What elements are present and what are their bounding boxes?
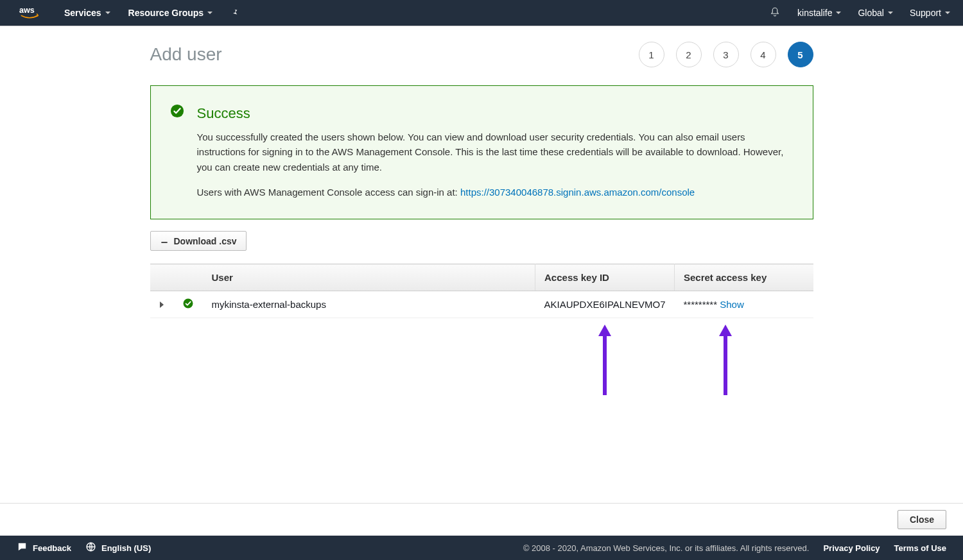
row-user: mykinsta-external-backups <box>203 291 535 318</box>
table-header-user: User <box>203 264 535 291</box>
arrow-up-icon <box>597 325 612 395</box>
svg-marker-4 <box>598 325 611 336</box>
signin-url-link[interactable]: https://307340046878.signin.aws.amazon.c… <box>460 187 695 198</box>
chevron-down-icon <box>105 12 110 14</box>
row-secret: ********* Show <box>675 291 813 318</box>
caret-right-icon <box>160 301 164 308</box>
nav-support-label: Support <box>910 8 941 18</box>
svg-point-2 <box>183 299 193 309</box>
nav-region[interactable]: Global <box>858 8 892 18</box>
success-check-icon <box>170 104 184 118</box>
table-header-expand <box>150 264 173 291</box>
page-header: Add user 1 2 3 4 5 <box>150 42 813 67</box>
footer-left: Feedback English (US) <box>17 541 151 554</box>
nav-services[interactable]: Services <box>64 8 110 18</box>
row-expand-toggle[interactable] <box>150 291 173 318</box>
svg-text:aws: aws <box>19 6 35 15</box>
nav-region-label: Global <box>858 8 883 18</box>
chat-icon <box>17 541 28 554</box>
copyright-text: © 2008 - 2020, Amazon Web Services, Inc.… <box>523 543 810 553</box>
top-nav-right: kinstalife Global Support <box>769 6 950 20</box>
top-nav: aws Services Resource Groups kinstalife … <box>0 0 963 26</box>
aws-logo-icon: aws <box>19 4 46 21</box>
nav-account[interactable]: kinstalife <box>797 8 841 18</box>
chevron-down-icon <box>945 12 950 14</box>
close-button[interactable]: Close <box>898 510 946 529</box>
download-csv-label: Download .csv <box>174 236 237 246</box>
footer-right: © 2008 - 2020, Amazon Web Services, Inc.… <box>523 543 946 553</box>
wizard-steps: 1 2 3 4 5 <box>639 42 813 67</box>
alert-signin-prefix: Users with AWS Management Console access… <box>197 187 460 198</box>
users-table: User Access key ID Secret access key myk… <box>150 264 813 318</box>
privacy-policy-link[interactable]: Privacy Policy <box>823 543 880 553</box>
chevron-down-icon <box>888 12 893 14</box>
table-row: mykinsta-external-backups AKIAUPDXE6IPAL… <box>150 291 813 318</box>
notifications-icon[interactable] <box>769 6 781 20</box>
success-alert: Success You successfully created the use… <box>150 85 813 219</box>
nav-account-label: kinstalife <box>797 8 832 18</box>
nav-resource-groups[interactable]: Resource Groups <box>128 8 213 18</box>
table-header-status <box>173 264 203 291</box>
top-nav-left: aws Services Resource Groups <box>19 4 239 21</box>
wizard-step-3[interactable]: 3 <box>713 42 739 67</box>
table-header-access-key-id: Access key ID <box>535 264 675 291</box>
nav-services-label: Services <box>64 8 101 18</box>
feedback-link[interactable]: Feedback <box>17 541 71 554</box>
nav-support[interactable]: Support <box>910 8 950 18</box>
arrow-up-icon <box>718 325 733 395</box>
aws-logo[interactable]: aws <box>19 4 46 21</box>
language-label: English (US) <box>101 543 151 553</box>
show-secret-link[interactable]: Show <box>720 299 744 310</box>
language-selector[interactable]: English (US) <box>85 541 151 554</box>
nav-resource-groups-label: Resource Groups <box>128 8 204 18</box>
row-status <box>173 291 203 318</box>
chevron-down-icon <box>836 12 841 14</box>
row-secret-masked: ********* <box>684 299 718 310</box>
download-csv-button[interactable]: Download .csv <box>150 231 247 251</box>
download-icon <box>160 235 169 246</box>
alert-title: Success <box>197 103 794 124</box>
pin-icon[interactable] <box>230 8 239 19</box>
wizard-step-1[interactable]: 1 <box>639 42 664 67</box>
svg-marker-6 <box>719 325 732 336</box>
table-header-secret: Secret access key <box>675 264 813 291</box>
status-success-icon <box>182 298 194 309</box>
alert-body-2: Users with AWS Management Console access… <box>197 185 794 199</box>
terms-of-use-link[interactable]: Terms of Use <box>894 543 946 553</box>
row-access-key-id: AKIAUPDXE6IPALNEVMO7 <box>535 291 675 318</box>
footer: Feedback English (US) © 2008 - 2020, Ama… <box>0 536 963 560</box>
wizard-step-4[interactable]: 4 <box>750 42 776 67</box>
wizard-step-5: 5 <box>788 42 813 67</box>
globe-icon <box>85 541 96 554</box>
annotation-arrows <box>150 325 813 408</box>
alert-body-1: You successfully created the users shown… <box>197 130 794 174</box>
chevron-down-icon <box>207 12 213 14</box>
page-title: Add user <box>150 44 222 65</box>
main-content: Add user 1 2 3 4 5 Success You successfu… <box>150 26 813 485</box>
wizard-step-2[interactable]: 2 <box>676 42 702 67</box>
feedback-label: Feedback <box>33 543 71 553</box>
action-bar: Close <box>0 503 963 536</box>
